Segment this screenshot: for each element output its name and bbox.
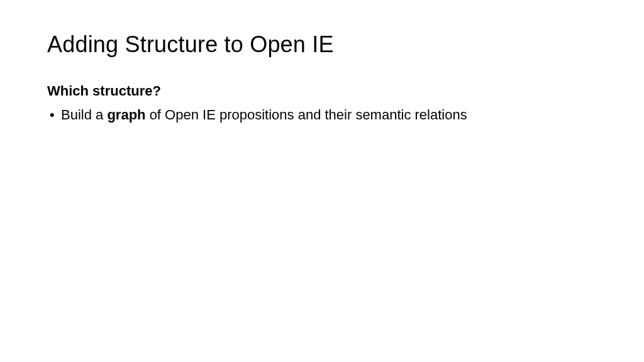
- slide-title: Adding Structure to Open IE: [47, 31, 597, 58]
- list-item: Build a graph of Open IE propositions an…: [47, 106, 597, 124]
- bullet-text-post: of Open IE propositions and their semant…: [146, 107, 467, 123]
- slide-subheading: Which structure?: [47, 83, 597, 99]
- bullet-text-pre: Build a: [61, 107, 107, 123]
- bullet-text-bold: graph: [107, 107, 145, 123]
- bullet-list: Build a graph of Open IE propositions an…: [47, 106, 597, 124]
